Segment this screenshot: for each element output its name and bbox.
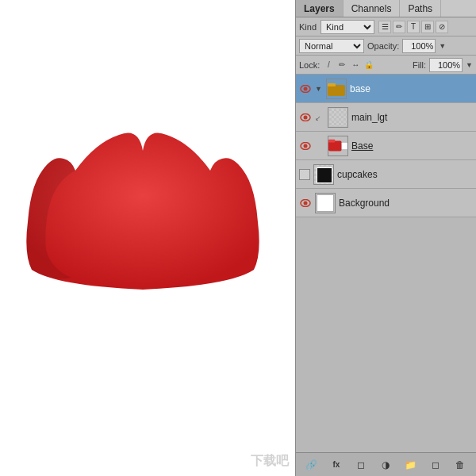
lock-icon-move[interactable]: ↔ xyxy=(350,60,361,71)
panel-bottom: 🔗 fx ◻ ◑ 📁 ◻ 🗑 xyxy=(296,452,476,476)
svg-rect-9 xyxy=(328,139,335,142)
layer-name-cupcakes: cupcakes xyxy=(337,169,473,180)
group-btn[interactable]: 📁 xyxy=(404,458,418,472)
red-shape xyxy=(16,111,270,304)
fill-label: Fill: xyxy=(413,60,426,70)
lock-icon-pixels[interactable]: / xyxy=(323,60,334,71)
svg-rect-8 xyxy=(328,140,342,151)
layer-indent-main-lgt: ↙ xyxy=(315,112,324,123)
layer-row-main-lgt[interactable]: ↙ main_lgt xyxy=(296,103,476,132)
fill-arrow[interactable]: ▼ xyxy=(466,61,473,69)
visibility-eye-main-lgt[interactable] xyxy=(299,111,312,124)
filter-icon-shape[interactable]: ⊞ xyxy=(421,21,434,33)
opacity-label: Opacity: xyxy=(367,41,399,51)
layer-name-base: base xyxy=(350,83,473,94)
lock-icon-all[interactable]: 🔒 xyxy=(363,60,374,71)
watermark: 下载吧 xyxy=(251,453,289,470)
layer-row-Base[interactable]: Base xyxy=(296,132,476,160)
visibility-eye-base[interactable] xyxy=(299,83,312,95)
layer-thumbnail-main-lgt xyxy=(328,107,348,128)
lock-row: Lock: / ✏ ↔ 🔒 Fill: ▼ xyxy=(296,56,476,75)
layer-expand-base[interactable]: ▼ xyxy=(315,85,323,93)
canvas-area: 下载吧 xyxy=(0,0,295,476)
svg-point-1 xyxy=(304,86,308,90)
lock-label: Lock: xyxy=(299,60,320,70)
layer-row-base[interactable]: ▼ base xyxy=(296,75,476,103)
layer-row-cupcakes[interactable]: cupcakes xyxy=(296,160,476,189)
blend-mode-select[interactable]: Normal Multiply Screen Overlay xyxy=(299,39,364,53)
filter-icon-px[interactable]: ☰ xyxy=(378,21,391,33)
visibility-checkbox-cupcakes[interactable] xyxy=(299,169,310,180)
svg-rect-3 xyxy=(328,83,336,86)
filter-icon-text[interactable]: T xyxy=(407,21,420,33)
lock-icons: / ✏ ↔ 🔒 xyxy=(323,60,374,71)
layer-name-Base: Base xyxy=(351,140,473,152)
svg-point-5 xyxy=(304,115,308,119)
layer-name-background: Background xyxy=(339,198,473,209)
svg-point-12 xyxy=(304,201,308,205)
layer-name-main-lgt: main_lgt xyxy=(351,112,473,123)
layer-row-background[interactable]: Background xyxy=(296,189,476,217)
opacity-input[interactable] xyxy=(402,39,436,53)
layers-list: ▼ base ↙ main_lgt xyxy=(296,75,476,452)
delete-btn[interactable]: 🗑 xyxy=(453,458,467,472)
tab-paths[interactable]: Paths xyxy=(400,0,441,17)
tab-channels[interactable]: Channels xyxy=(344,0,401,17)
filter-icon-edit[interactable]: ✏ xyxy=(393,21,405,33)
fill-input[interactable] xyxy=(429,58,463,72)
layer-thumbnail-base xyxy=(326,79,347,99)
layer-thumbnail-cupcakes xyxy=(313,164,334,185)
svg-rect-2 xyxy=(328,85,345,96)
filter-icons: ☰ ✏ T ⊞ ⊘ xyxy=(378,21,448,33)
layer-thumbnail-Base xyxy=(328,136,348,156)
link-btn[interactable]: 🔗 xyxy=(305,458,319,472)
svg-rect-10 xyxy=(342,142,347,149)
visibility-eye-background[interactable] xyxy=(299,197,312,209)
opacity-arrow[interactable]: ▼ xyxy=(439,42,446,50)
adjustment-btn[interactable]: ◑ xyxy=(378,458,393,472)
svg-point-7 xyxy=(304,144,308,148)
visibility-eye-Base[interactable] xyxy=(299,140,312,152)
filter-select[interactable]: Kind xyxy=(321,20,374,34)
blend-row: Normal Multiply Screen Overlay Opacity: … xyxy=(296,36,476,56)
fx-btn[interactable]: fx xyxy=(329,458,344,472)
filter-row: Kind Kind ☰ ✏ T ⊞ ⊘ xyxy=(296,17,476,36)
filter-icon-smart[interactable]: ⊘ xyxy=(436,21,448,33)
tab-layers[interactable]: Layers xyxy=(296,0,344,17)
layer-thumbnail-background xyxy=(315,193,336,213)
layers-panel: Layers Channels Paths Kind Kind ☰ ✏ T ⊞ … xyxy=(295,0,476,476)
lock-icon-paint[interactable]: ✏ xyxy=(336,60,347,71)
panel-tabs: Layers Channels Paths xyxy=(296,0,476,17)
mask-btn[interactable]: ◻ xyxy=(354,458,368,472)
new-layer-btn[interactable]: ◻ xyxy=(428,458,443,472)
filter-label: Kind xyxy=(299,22,317,32)
